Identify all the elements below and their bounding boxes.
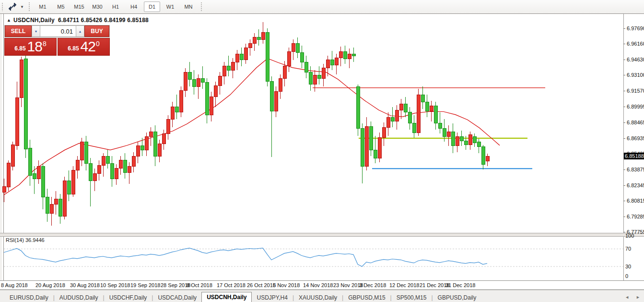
price-axis-label: 6.94630	[627, 57, 644, 62]
date-axis-label: 19 Sep 2018	[130, 282, 160, 288]
rsi-axis-label: 0	[625, 273, 628, 279]
date-axis-label: 31 Dec 2018	[445, 282, 475, 288]
date-axis-label: 8 Oct 2018	[187, 282, 212, 288]
date-axis-label: 20 Aug 2018	[35, 282, 65, 288]
chart-tab-usdcnh[interactable]: USDCNH,Daily	[201, 292, 252, 302]
bid-price-pips: 18	[27, 39, 42, 54]
timeframe-button-h4[interactable]: H4	[126, 1, 142, 12]
date-axis-label: 17 Oct 2018	[217, 282, 246, 288]
sell-button[interactable]: SELL	[5, 25, 32, 37]
timeframe-button-m5[interactable]: M5	[53, 1, 69, 12]
crossed-arrows-icon[interactable]	[6, 1, 19, 12]
price-axis-label: 6.88465	[627, 120, 644, 125]
chart-tab-audusd[interactable]: AUDUSD,Daily	[55, 293, 103, 302]
chevron-down-icon[interactable]: ▼	[19, 1, 25, 12]
timeframe-button-w1[interactable]: W1	[162, 1, 178, 12]
volume-input[interactable]: 0.01	[40, 25, 76, 37]
toolbar-separator	[28, 2, 31, 12]
buy-button[interactable]: BUY	[84, 25, 109, 37]
price-axis-label: 6.91570	[627, 88, 644, 94]
chart-tab-usdcad[interactable]: USDCAD,Daily	[153, 293, 201, 302]
timeframe-button-m1[interactable]: M1	[35, 1, 51, 12]
price-axis-label: 6.89995	[627, 104, 644, 109]
bid-price-point: 8	[43, 40, 47, 47]
chart-tab-xauusd[interactable]: XAUUSD,Daily	[294, 293, 342, 302]
chart-tab-gbpusd[interactable]: GBPUSD,Daily	[433, 293, 481, 302]
one-click-trading-panel: SELL ▼ 0.01 ▲ BUY 6.85 18 8 6.85 42 0	[4, 25, 110, 56]
ask-price-point: 0	[96, 40, 100, 47]
rsi-axis-label: 30	[625, 264, 631, 269]
chart-tab-bar: EURUSD,Daily|AUDUSD,Daily|USDCHF,Daily|U…	[0, 290, 644, 302]
timeframe-button-h1[interactable]: H1	[107, 1, 124, 12]
chart-tab-eurusd[interactable]: EURUSD,Daily	[5, 293, 53, 302]
chart-tab-gbpusd[interactable]: GBPUSD,M15	[343, 293, 390, 302]
spinner-down-icon: ▼	[35, 30, 38, 33]
volume-decrease-button[interactable]: ▼	[32, 25, 40, 37]
timeframe-button-d1[interactable]: D1	[144, 1, 160, 12]
ask-price-pips: 42	[81, 39, 95, 54]
price-axis-label: 6.83875	[627, 167, 644, 172]
volume-increase-button[interactable]: ▲	[76, 25, 84, 37]
chart-window: ▲USDCNH,Daily 6.84711 6.85426 6.84199 6.…	[0, 13, 644, 290]
price-axis-label: 6.80815	[627, 198, 644, 204]
date-axis-label: 5 Nov 2018	[273, 282, 300, 288]
timeframe-button-m30[interactable]: M30	[89, 1, 105, 12]
bid-price-major: 6.85	[14, 43, 25, 54]
rsi-plot-area[interactable]	[4, 236, 623, 280]
rsi-axis-label: 70	[625, 246, 631, 252]
price-axis-label: 6.79285	[627, 214, 644, 219]
date-axis-label: 8 Aug 2018	[1, 282, 28, 288]
tab-scroll-right-icon[interactable]: ►	[636, 295, 640, 300]
toolbar-grip[interactable]	[1, 2, 3, 11]
chart-tab-usdjpy[interactable]: USDJPY,H4	[252, 293, 292, 302]
chart-tab-usdchf[interactable]: USDCHF,Daily	[105, 293, 152, 302]
price-axis-label: 6.82345	[627, 182, 644, 188]
spinner-up-icon: ▲	[79, 30, 82, 33]
date-axis-label: 26 Oct 2018	[247, 282, 276, 288]
chart-tab-sp500[interactable]: SP500,M15	[392, 293, 432, 302]
date-axis-label: 10 Sep 2018	[100, 282, 130, 288]
toolbar-separator	[200, 2, 203, 12]
tab-scroll-left-icon[interactable]: ◄	[625, 295, 629, 300]
bid-price-panel[interactable]: 6.85 18 8	[4, 38, 57, 56]
ask-price-major: 6.85	[68, 43, 79, 54]
current-price-badge: 6.85188	[624, 153, 644, 159]
price-axis-label: 6.86935	[627, 135, 644, 141]
date-axis-label: 12 Dec 2018	[389, 282, 419, 288]
date-axis-label: 14 Nov 2018	[303, 282, 333, 288]
date-axis-label: 3 Dec 2018	[359, 282, 386, 288]
date-axis-label: 30 Aug 2018	[70, 282, 100, 288]
price-axis-label: 6.96160	[627, 41, 644, 47]
rsi-axis-label: 100	[625, 233, 634, 239]
price-axis-label: 6.97690	[627, 25, 644, 31]
price-axis-divider	[623, 14, 624, 280]
timeframe-button-mn[interactable]: MN	[180, 1, 197, 12]
window-left-edge	[0, 14, 4, 290]
timeframe-button-m15[interactable]: M15	[71, 1, 87, 12]
top-toolbar: ▼ M1M5M15M30H1H4D1W1MN	[0, 0, 644, 14]
price-axis-label: 6.93100	[627, 72, 644, 78]
ask-price-panel[interactable]: 6.85 42 0	[58, 38, 110, 56]
